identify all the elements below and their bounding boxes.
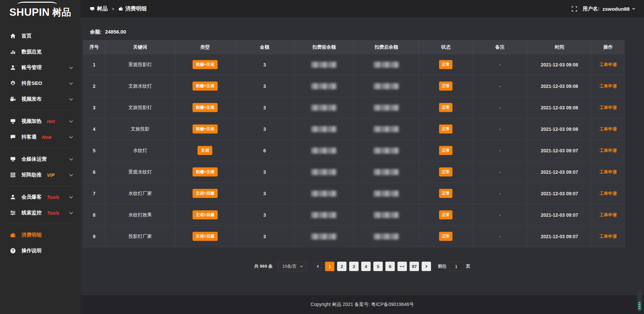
cell-time: 2021-12-03 09:07 — [527, 161, 592, 183]
page-size-select[interactable]: 10条/页 — [278, 261, 307, 271]
page-button-6[interactable]: 6 — [385, 262, 395, 271]
cell-status: 正常 — [419, 204, 473, 226]
work-order-link[interactable]: 工单申请 — [599, 126, 617, 132]
work-order-link[interactable]: 工单申请 — [599, 212, 617, 217]
chevron-down-icon — [69, 65, 73, 69]
cell-note: - — [473, 226, 527, 247]
chevron-down-icon — [69, 81, 73, 85]
work-order-link[interactable]: 工单申请 — [599, 84, 617, 89]
column-header-9: 操作 — [592, 41, 625, 54]
chevron-down-icon — [69, 172, 73, 176]
table-body: 1景观投影灯前缀+主词3正常-2021-12-03 09:08工单申请2文旅水纹… — [84, 54, 625, 247]
cell-time: 2021-12-03 09:07 — [527, 204, 592, 226]
work-order-link[interactable]: 工单申请 — [599, 105, 617, 110]
copyright-text: Copyright 树品 2021 备案号: 粤ICP备09019646号 — [311, 302, 414, 308]
page-ellipsis-button[interactable]: ••• — [397, 262, 407, 271]
user-icon — [10, 194, 16, 200]
cell-keyword: 景观水纹灯 — [105, 161, 175, 183]
sidebar-item-clue-monitor[interactable]: 线索监控Tools — [0, 205, 80, 221]
consumption-table: 序号关键词类型金额扣费前余额扣费后余额状态备注时间操作 1景观投影灯前缀+主词3… — [83, 40, 625, 247]
cell-status: 正常 — [419, 226, 473, 247]
chevron-left-icon — [317, 265, 319, 268]
cell-time: 2021-12-03 09:08 — [527, 97, 592, 118]
sidebar-item-label: 首页 — [21, 33, 32, 39]
pagination: 共 969 条 10条/页 123456•••97 前往 页 — [80, 261, 644, 271]
work-order-link[interactable]: 工单申请 — [599, 62, 617, 67]
redacted-balance — [311, 126, 337, 132]
breadcrumb-item-current[interactable]: 消费明细 — [118, 5, 147, 12]
sliders-icon — [10, 210, 16, 216]
redacted-balance — [311, 191, 337, 197]
cell-time: 2021-12-03 09:08 — [527, 118, 592, 140]
monitor-icon — [10, 156, 16, 162]
sidebar-item-tag: Tools — [47, 210, 59, 216]
cell-keyword: 水纹灯厂家 — [105, 183, 175, 204]
type-badge: 前缀+主词 — [193, 167, 218, 176]
page-button-3[interactable]: 3 — [349, 262, 359, 271]
table-row: 2文旅水纹灯前缀+主词3正常-2021-12-03 09:08工单申请 — [84, 75, 625, 97]
cell-type: 前缀+主词 — [175, 118, 235, 140]
fullscreen-icon[interactable] — [572, 6, 577, 12]
gear-icon — [10, 81, 16, 86]
page-button-5[interactable]: 5 — [373, 262, 383, 271]
question-icon: ? — [10, 248, 16, 254]
scrollbar-widget[interactable] — [637, 290, 642, 312]
cell-status: 正常 — [419, 183, 473, 204]
cell-amount: 3 — [235, 226, 294, 247]
type-badge: 主词+后缀 — [193, 232, 218, 241]
sidebar-item-consumption-detail[interactable]: 消费明细 — [0, 227, 80, 243]
sidebar-item-label: 会员爆客 — [21, 194, 42, 200]
work-order-link[interactable]: 工单申请 — [599, 169, 617, 174]
cell-amount: 3 — [235, 97, 294, 118]
status-badge: 正常 — [439, 60, 452, 69]
sidebar-item-member-baoke[interactable]: 会员爆客Tools — [0, 189, 80, 205]
status-badge: 正常 — [439, 189, 452, 198]
sidebar-item-douketong[interactable]: 抖客通New — [0, 129, 80, 145]
chevron-down-icon — [69, 119, 73, 122]
footer: Copyright 树品 2021 备案号: 粤ICP备09019646号 — [80, 295, 644, 314]
user-dropdown[interactable]: 用户名: zswodun88 — [583, 6, 635, 12]
work-order-link[interactable]: 工单申请 — [599, 191, 617, 196]
balance-label: 余额: — [90, 29, 102, 35]
breadcrumb-item-home[interactable]: 树品 — [90, 5, 108, 12]
logo-text-cn: 树品 — [52, 6, 71, 19]
table-row: 8水纹灯效果主词+后缀3正常-2021-12-03 09:07工单申请 — [84, 204, 625, 226]
chevron-down-icon — [69, 135, 73, 138]
sidebar-item-home[interactable]: 首页 — [0, 28, 80, 44]
sidebar-item-data-overview[interactable]: 数据总览 — [0, 44, 80, 60]
sidebar-item-label: 矩阵助推 — [21, 172, 42, 178]
page-button-4[interactable]: 4 — [361, 262, 371, 271]
goto-page-input[interactable] — [449, 262, 463, 271]
cell-note: - — [473, 75, 527, 97]
page-button-1[interactable]: 1 — [325, 262, 334, 271]
sidebar-item-label: 消费明细 — [21, 232, 42, 238]
chevron-down-icon — [69, 97, 73, 100]
sidebar-item-tag: Tools — [47, 195, 59, 200]
sidebar-item-operation-guide[interactable]: ?操作说明 — [0, 243, 80, 259]
sidebar-item-video-publish[interactable]: 视频发布 — [0, 91, 80, 107]
sidebar-item-douyin-seo[interactable]: 抖音SEO — [0, 75, 80, 91]
sidebar-item-all-media-operation[interactable]: 全媒体运营 — [0, 151, 80, 167]
chevron-down-icon — [69, 157, 73, 160]
redacted-balance — [374, 191, 399, 197]
next-page-button[interactable] — [422, 262, 431, 271]
cell-amount: 3 — [235, 161, 294, 183]
sidebar-item-account-management[interactable]: 账号管理 — [0, 60, 80, 75]
cell-type: 主词 — [175, 140, 235, 161]
cell-type: 主词+后缀 — [175, 226, 235, 247]
sidebar-item-label: 数据总览 — [21, 49, 42, 55]
cell-amount: 3 — [235, 75, 294, 97]
table-header-row: 序号关键词类型金额扣费前余额扣费后余额状态备注时间操作 — [84, 41, 625, 54]
work-order-link[interactable]: 工单申请 — [599, 234, 617, 239]
sidebar-item-matrix-boost[interactable]: 矩阵助推VIP — [0, 167, 80, 183]
page-button-97[interactable]: 97 — [410, 262, 419, 271]
cell-time: 2021-12-03 09:08 — [527, 54, 592, 75]
redacted-balance — [374, 233, 399, 240]
user-icon — [10, 65, 16, 70]
cell-keyword: 水纹灯 — [105, 140, 175, 161]
work-order-link[interactable]: 工单申请 — [599, 148, 617, 153]
sidebar-item-video-heat[interactable]: 视频加热Hot — [0, 113, 80, 129]
cell-index: 3 — [84, 97, 105, 118]
page-button-2[interactable]: 2 — [337, 262, 346, 271]
prev-page-button[interactable] — [313, 262, 322, 271]
